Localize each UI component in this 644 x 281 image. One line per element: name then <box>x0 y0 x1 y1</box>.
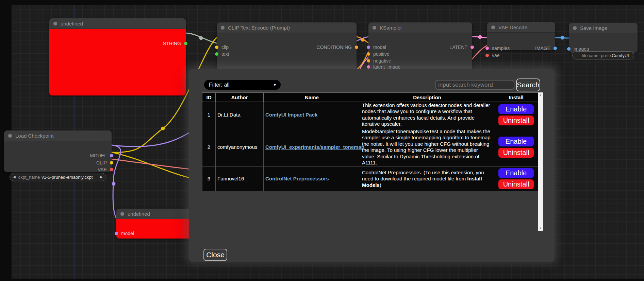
node-load-checkpoint[interactable]: Load Checkpoint MODEL CLIP VAE ◀ ckpt_na… <box>4 130 112 172</box>
node-title-bar[interactable]: Save Image <box>569 23 638 33</box>
input-dot-images[interactable] <box>567 47 571 51</box>
extension-link[interactable]: ComfyUI_experiments/sampler_tonemap <box>265 144 364 150</box>
input-slot-text[interactable]: text <box>221 52 229 56</box>
input-dot-negative[interactable] <box>367 59 370 63</box>
cell-id: 1 <box>202 102 216 128</box>
uninstall-button[interactable]: Uninstall <box>498 116 534 125</box>
extension-manager-dialog: Filter: all ▾ Search IDAuthorNameDescrip… <box>189 69 555 262</box>
output-slot-latent[interactable]: LATENT <box>449 46 467 49</box>
node-title-bar[interactable]: Load Checkpoint <box>4 130 112 141</box>
node-collapse-dot-icon[interactable] <box>221 26 225 30</box>
input-dot-samples[interactable] <box>485 47 489 50</box>
node-collapse-dot-icon[interactable] <box>53 22 57 25</box>
increment-arrow-icon[interactable]: ▶ <box>100 173 103 181</box>
filter-select[interactable]: Filter: all ▾ <box>204 80 281 90</box>
output-slot-vae[interactable]: VAE <box>98 168 107 171</box>
output-dot-clip[interactable] <box>110 161 113 164</box>
node-title: undefined <box>61 21 83 27</box>
input-dot-vae[interactable] <box>485 54 489 57</box>
node-body: images filename_prefix ComfyUI <box>569 33 638 53</box>
ckpt-name-widget[interactable]: ◀ ckpt_name v1-5-pruned-emaonly.ckpt ▶ <box>10 173 106 181</box>
column-header-id: ID <box>202 93 216 102</box>
node-ksampler[interactable]: KSampler model positive negative latent_… <box>368 22 472 73</box>
extension-link[interactable]: ComfyUI Impact Pack <box>265 112 317 118</box>
output-slot-image[interactable]: IMAGE <box>535 47 550 50</box>
column-header-name: Name <box>264 93 360 102</box>
node-collapse-dot-icon[interactable] <box>491 25 495 29</box>
cell-name: ComfyUI_experiments/sampler_tonemap <box>264 128 360 166</box>
table-row: 3Fannovel16ControlNet PreprocessorsContr… <box>202 166 538 191</box>
table-row: 2comfyanonymousComfyUI_experiments/sampl… <box>202 128 538 166</box>
output-slot-string[interactable]: STRING <box>163 42 181 45</box>
node-save-image[interactable]: Save Image images filename_prefix ComfyU… <box>569 23 638 53</box>
node-title-bar[interactable]: VAE Decode <box>487 22 555 33</box>
decrement-arrow-icon[interactable]: ◀ <box>13 173 16 181</box>
search-input[interactable] <box>435 80 514 90</box>
extension-link[interactable]: ControlNet Preprocessors <box>265 176 329 181</box>
input-slot-negative[interactable]: negative <box>373 59 391 63</box>
node-title-bar[interactable]: KSampler <box>368 22 472 33</box>
node-collapse-dot-icon[interactable] <box>573 26 577 30</box>
cell-name: ControlNet Preprocessors <box>264 166 360 191</box>
input-slot-model[interactable]: model <box>121 232 134 235</box>
scroll-up-icon[interactable]: ▲ <box>538 93 543 96</box>
node-title: undefined <box>128 211 150 217</box>
node-title-bar[interactable]: undefined <box>116 209 193 219</box>
node-undefined-bottom[interactable]: undefined model <box>116 209 193 239</box>
table-scrollbar[interactable]: ▲ ▼ <box>538 92 543 231</box>
input-dot-clip[interactable] <box>215 46 218 49</box>
search-button[interactable]: Search <box>516 78 540 91</box>
enable-button[interactable]: Enable <box>498 168 534 178</box>
node-title-bar[interactable]: undefined <box>49 18 186 29</box>
enable-button[interactable]: Enable <box>498 137 534 146</box>
input-slot-clip[interactable]: clip <box>221 46 229 49</box>
output-slot-model[interactable]: MODEL <box>90 154 107 157</box>
table-row: 1Dr.Lt.DataComfyUI Impact PackThis exten… <box>202 102 538 128</box>
input-dot-positive[interactable] <box>367 52 370 56</box>
output-slot-clip[interactable]: CLIP <box>96 161 107 164</box>
node-title: KSampler <box>380 25 402 31</box>
input-slot-vae[interactable]: vae <box>492 54 500 57</box>
node-title-bar[interactable]: CLIP Text Encode (Prompt) <box>217 22 357 33</box>
input-dot-latent-image[interactable] <box>367 65 370 69</box>
column-header-install: Install <box>494 93 538 102</box>
output-dot-string[interactable] <box>184 42 187 45</box>
output-dot-latent[interactable] <box>470 46 474 49</box>
close-button[interactable]: Close <box>203 249 227 261</box>
output-dot-vae[interactable] <box>110 168 113 171</box>
node-body: samples vae IMAGE <box>487 33 555 50</box>
node-title: Load Checkpoint <box>15 133 54 139</box>
node-collapse-dot-icon[interactable] <box>120 212 124 216</box>
cell-id: 3 <box>202 166 216 191</box>
cell-author: Fannovel16 <box>216 166 264 191</box>
cell-name: ComfyUI Impact Pack <box>264 102 360 128</box>
output-dot-image[interactable] <box>554 47 557 50</box>
output-dot-conditioning[interactable] <box>355 46 358 49</box>
output-dot-model[interactable] <box>110 154 113 157</box>
input-slot-samples[interactable]: samples <box>492 47 510 50</box>
input-slot-latent-image[interactable]: latent_image <box>373 65 400 69</box>
node-body: model <box>116 219 193 239</box>
node-vae-decode[interactable]: VAE Decode samples vae IMAGE <box>487 22 555 50</box>
input-slot-model[interactable]: model <box>373 46 386 49</box>
node-collapse-dot-icon[interactable] <box>373 26 376 30</box>
input-dot-text[interactable] <box>215 52 218 56</box>
node-body: STRING <box>49 29 186 95</box>
output-slot-conditioning[interactable]: CONDITIONING <box>317 46 352 49</box>
uninstall-button[interactable]: Uninstall <box>498 148 534 158</box>
scroll-down-icon[interactable]: ▼ <box>538 227 543 230</box>
input-dot-model[interactable] <box>115 232 118 235</box>
input-slot-images[interactable]: images <box>574 47 589 51</box>
node-collapse-dot-icon[interactable] <box>8 134 12 138</box>
node-undefined-top[interactable]: undefined STRING <box>49 18 186 95</box>
node-body: MODEL CLIP VAE ◀ ckpt_name v1-5-pruned-e… <box>4 141 112 172</box>
comfyui-app: undefined STRING CLIP Text Encode (Promp… <box>0 0 644 281</box>
enable-button[interactable]: Enable <box>498 104 534 114</box>
uninstall-button[interactable]: Uninstall <box>498 179 534 189</box>
filename-prefix-value: ComfyUI <box>612 53 631 58</box>
extension-table-container: IDAuthorNameDescriptionInstall 1Dr.Lt.Da… <box>202 92 543 231</box>
filename-prefix-widget[interactable]: filename_prefix ComfyUI <box>572 51 634 59</box>
input-dot-model[interactable] <box>367 46 370 49</box>
extension-table: IDAuthorNameDescriptionInstall 1Dr.Lt.Da… <box>202 92 538 191</box>
input-slot-positive[interactable]: positive <box>373 52 389 56</box>
